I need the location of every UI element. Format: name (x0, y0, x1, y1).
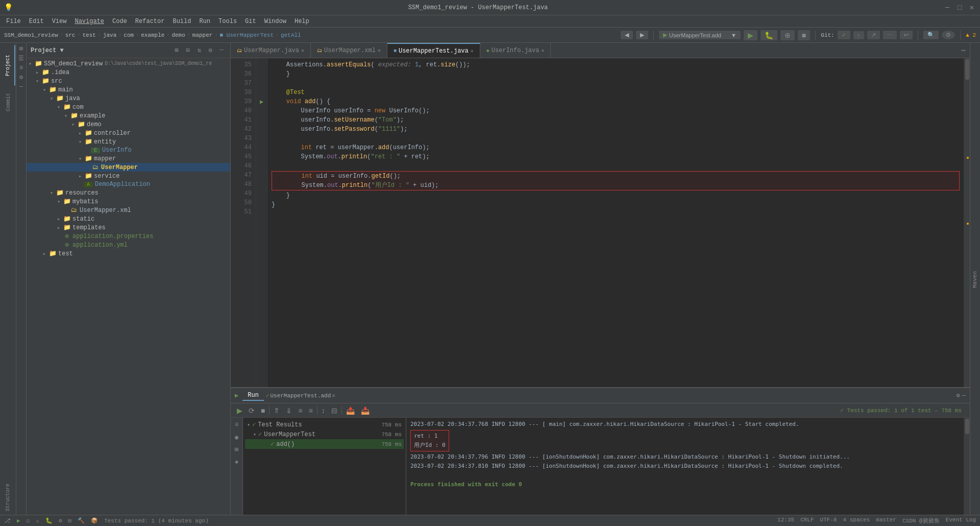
show-ignored-button[interactable]: ≡ (307, 405, 315, 416)
code-content[interactable]: Assertions.assertEquals( expected: 1, re… (267, 58, 964, 387)
test-method-item[interactable]: ✓ add() 758 ms (245, 439, 404, 449)
activity-commit[interactable]: Commit (1, 87, 15, 117)
tab-usermappertest[interactable]: ■ UserMapperTest.java ✕ (387, 43, 480, 58)
breadcrumb-mapper[interactable]: mapper (192, 32, 213, 38)
bottom-tab-run[interactable]: Run (242, 391, 264, 401)
tab-usermapperxml[interactable]: 🗂 UserMapper.xml ✕ (311, 43, 387, 58)
search-everywhere[interactable]: 🔍 (923, 31, 939, 39)
breadcrumb-java[interactable]: java (103, 32, 116, 38)
gutter-39[interactable]: ▶ (256, 97, 267, 106)
status-git-branch[interactable]: master (876, 517, 896, 524)
tree-item-idea[interactable]: ▸ 📁 .idea (27, 68, 230, 77)
git-check[interactable]: ✓ (838, 31, 850, 39)
settings-tree-icon[interactable]: ⚙ (19, 74, 23, 81)
menu-code[interactable]: Code (108, 17, 131, 26)
tree-arrow-controller[interactable]: ▸ (77, 130, 84, 136)
sidebar-sort-icon[interactable]: ⇅ (194, 46, 204, 54)
status-encoding[interactable]: UTF-8 (820, 517, 837, 524)
output-scrollbar-thumb[interactable] (965, 419, 969, 434)
tree-item-com[interactable]: ▾ 📁 com (27, 103, 230, 111)
tree-item-src[interactable]: ▾ 📁 src (27, 77, 230, 85)
menu-window[interactable]: Window (260, 17, 290, 26)
breadcrumb-demo[interactable]: demo (172, 32, 185, 38)
status-user[interactable]: CSDN @挠挠鱼 (902, 517, 940, 524)
stop-button[interactable]: ■ (798, 30, 810, 40)
status-terminal-icon[interactable]: ⊟ (68, 517, 72, 524)
run-strip-icon-3[interactable]: ⊞ (232, 444, 242, 455)
rerun-button[interactable]: ▶ (235, 405, 244, 416)
git-push[interactable]: ↗ (867, 31, 880, 39)
toggle-tree-button[interactable]: ⊟ (329, 405, 339, 416)
minimize-button[interactable]: ─ (943, 4, 951, 12)
settings-button[interactable]: ⚙ (942, 31, 955, 39)
run-line-icon[interactable]: ▶ (260, 98, 263, 106)
output-scrollbar[interactable] (964, 418, 970, 515)
tab-close-usermappertest[interactable]: ✕ (471, 48, 474, 54)
tree-item-appprops[interactable]: ⚙ application.properties (27, 232, 230, 241)
tab-userinfo[interactable]: ◆ UserInfo.java ✕ (480, 43, 551, 58)
output-panel[interactable]: 2023-07-02 20:34:37.768 INFO 12800 --- [… (406, 418, 964, 515)
menu-file[interactable]: File (2, 17, 25, 26)
tab-close-usermapper[interactable]: ✕ (301, 47, 304, 54)
tree-arrow-resources[interactable]: ▾ (48, 190, 55, 196)
tab-more-button[interactable]: ⋯ (962, 46, 966, 55)
menu-git[interactable]: Git (241, 17, 260, 26)
status-debug-icon[interactable]: 🐛 (45, 517, 53, 524)
tree-arrow-mapper[interactable]: ▾ (77, 156, 84, 162)
tree-item-mapper[interactable]: ▾ 📁 mapper (27, 154, 230, 163)
menu-build[interactable]: Build (168, 17, 195, 26)
activity-structure[interactable]: Structure (1, 482, 15, 513)
tree-arrow-mybatis[interactable]: ▾ (55, 199, 62, 205)
rerun-failed-button[interactable]: ⟳ (247, 405, 257, 416)
status-problems-icon[interactable]: ⚠ (36, 517, 39, 524)
status-autobuild-icon[interactable]: ⚙ (59, 517, 62, 524)
breadcrumb-test[interactable]: test (82, 32, 95, 38)
tree-item-test[interactable]: ▸ 📁 test (27, 249, 230, 258)
tree-item-java[interactable]: ▾ 📁 java (27, 94, 230, 103)
bottom-hide-icon[interactable]: ─ (962, 392, 966, 399)
sidebar-settings-icon[interactable]: ⚙ (206, 46, 215, 54)
breadcrumb-src[interactable]: src (65, 32, 76, 38)
collapse-all-icon[interactable]: ⊞ (19, 45, 23, 53)
tree-item-controller[interactable]: ▸ 📁 controller (27, 129, 230, 137)
status-dependencies-icon[interactable]: 📦 (91, 517, 98, 524)
show-passed-button[interactable]: ≡ (296, 405, 304, 416)
tree-item-demoapplication[interactable]: A DemoApplication (27, 180, 230, 188)
breadcrumb-example[interactable]: example (141, 32, 164, 38)
test-expand-icon[interactable]: ▾ (247, 422, 250, 428)
warnings-badge[interactable]: ▲ 2 (966, 32, 976, 38)
breadcrumb-class[interactable]: ■ UserMapperTest (219, 32, 274, 38)
git-update[interactable]: ↑ (853, 31, 865, 39)
tree-item-templates[interactable]: ▸ 📁 templates (27, 223, 230, 232)
tree-arrow-demo[interactable]: ▾ (69, 122, 77, 128)
test-results-root[interactable]: ▾ ✓ Test Results 758 ms (245, 420, 404, 429)
tree-arrow-static[interactable]: ▸ (55, 216, 62, 222)
tree-item-userinfo[interactable]: C UserInfo (27, 146, 230, 154)
tree-arrow-example[interactable]: ▾ (62, 113, 69, 119)
sort-desc-button[interactable]: ⇓ (284, 405, 294, 416)
status-run-icon[interactable]: ▶ (17, 517, 20, 524)
sidebar-expand-icon[interactable]: ⊞ (172, 46, 181, 54)
activity-project[interactable]: Project (1, 45, 15, 86)
scroll-to-failed-button[interactable]: ↕ (320, 405, 327, 416)
test-class-expand-icon[interactable]: ▾ (253, 432, 256, 438)
menu-run[interactable]: Run (195, 17, 214, 26)
tab-close-userinfo[interactable]: ✕ (541, 47, 544, 54)
run-button[interactable]: ▶ (744, 30, 757, 40)
menu-edit[interactable]: Edit (25, 17, 48, 26)
run-config-close-icon[interactable]: ✕ (332, 392, 335, 399)
git-more[interactable]: ⋯ (883, 31, 897, 39)
menu-view[interactable]: View (48, 17, 71, 26)
tree-item-static[interactable]: ▸ 📁 static (27, 214, 230, 223)
tree-item-appyml[interactable]: ⚙ application.yml (27, 241, 230, 249)
status-build-icon[interactable]: 🔨 (78, 517, 85, 524)
breadcrumb-project[interactable]: SSM_demo1_review (4, 32, 58, 38)
status-event-log[interactable]: Event Log (946, 517, 976, 524)
show-members-icon[interactable]: ≡ (19, 64, 23, 71)
tree-arrow-entity[interactable]: ▾ (77, 139, 84, 145)
menu-help[interactable]: Help (290, 17, 313, 26)
tree-item-root[interactable]: ▾ 📁 SSM_demo1_review D:\Java\code\test_j… (27, 59, 230, 68)
editor-scrollbar[interactable] (964, 58, 970, 387)
import-button[interactable]: 📥 (359, 405, 372, 416)
nav-back[interactable]: ◀ (621, 31, 633, 39)
